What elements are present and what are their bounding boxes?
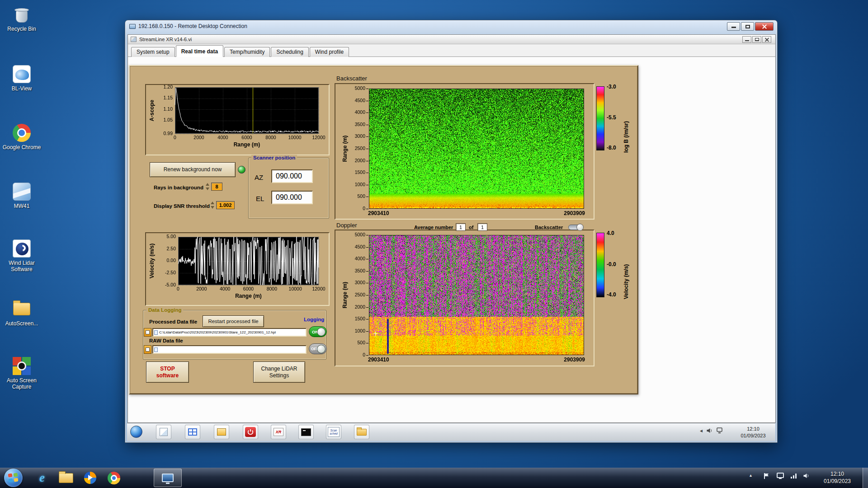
processed-path-browse-button[interactable] bbox=[144, 328, 151, 337]
desktop-icon-google-chrome[interactable]: Google Chrome bbox=[0, 123, 43, 150]
remote-clock[interactable]: 12:10 01/09/2023 bbox=[735, 426, 771, 439]
raw-path-browse-button[interactable] bbox=[144, 345, 151, 354]
average-number-input[interactable]: 1 bbox=[456, 223, 466, 231]
background-status-led bbox=[238, 166, 245, 174]
tray-expand[interactable]: ▴ bbox=[750, 473, 752, 478]
close-button[interactable] bbox=[755, 22, 774, 31]
colorbar-tick: -3.0 bbox=[607, 84, 616, 90]
app-close-button[interactable] bbox=[762, 36, 771, 43]
restart-processed-file-button[interactable]: Restart processed file bbox=[203, 315, 264, 327]
taskbar-clock[interactable]: 12:10 01/09/2023 bbox=[814, 470, 861, 485]
doppler-heatmap[interactable] bbox=[335, 230, 594, 366]
az-label: AZ bbox=[255, 174, 263, 181]
taskbar-remote-desktop-active[interactable] bbox=[154, 469, 182, 487]
grid-app-icon[interactable] bbox=[185, 425, 200, 439]
remote-start-button[interactable] bbox=[130, 426, 142, 438]
file-icon bbox=[154, 330, 158, 335]
tray-volume-icon[interactable] bbox=[803, 473, 810, 479]
screen-capture-icon bbox=[12, 356, 32, 376]
processed-path-field[interactable]: C:\Lidar\Data\Proc\2023\202309\20230901\… bbox=[152, 328, 307, 337]
rdp-window-title: 192.168.0.150 - Remote Desktop Connectio… bbox=[138, 23, 247, 29]
app-minimize-button[interactable] bbox=[742, 36, 751, 43]
colorbar-tick: -4.0 bbox=[607, 291, 616, 298]
tab-temp-humidity[interactable]: Temp/humidity bbox=[224, 47, 270, 57]
desktop-icon-recycle-bin[interactable]: Recycle Bin bbox=[0, 5, 43, 32]
taskbar-media-player[interactable] bbox=[79, 469, 101, 487]
desktop-icon-label: MW41 bbox=[0, 203, 43, 209]
taskbar-file-explorer[interactable] bbox=[55, 469, 77, 487]
desktop-icon-label: Auto Screen Capture bbox=[0, 377, 43, 390]
remote-folder-icon[interactable] bbox=[354, 425, 369, 439]
processed-logging-toggle[interactable]: ON bbox=[309, 326, 327, 337]
desktop-icon-label: Google Chrome bbox=[0, 144, 43, 150]
snr-threshold-value[interactable]: 1.002 bbox=[216, 201, 235, 209]
remote-desktop-icon bbox=[129, 24, 136, 29]
scan-scheduler-icon[interactable]: Scan sched bbox=[326, 425, 341, 439]
doppler-colorbar-label: Velocity (m/s) bbox=[623, 236, 629, 299]
el-value-field[interactable]: 090.000 bbox=[271, 191, 313, 204]
rdp-window-controls bbox=[726, 22, 774, 31]
remote-network-icon[interactable] bbox=[717, 427, 724, 434]
rays-spinner[interactable] bbox=[206, 183, 210, 191]
remote-volume-icon[interactable] bbox=[706, 427, 713, 434]
desktop-icon-autoscreen[interactable]: AutoScreen... bbox=[0, 299, 43, 327]
app-restore-button[interactable] bbox=[752, 36, 761, 43]
backscatter-heatmap[interactable] bbox=[335, 84, 594, 219]
recycle-bin-icon bbox=[12, 5, 32, 24]
chrome-icon bbox=[12, 123, 32, 143]
rays-in-background-value[interactable]: 8 bbox=[211, 183, 222, 191]
window-app-icon[interactable] bbox=[214, 425, 229, 439]
tab-wind-profile[interactable]: Wind profile bbox=[310, 47, 349, 57]
power-button-icon[interactable] bbox=[243, 425, 258, 439]
app-titlebar bbox=[128, 35, 775, 44]
remote-tray-chevron-icon[interactable]: ◂ bbox=[700, 427, 703, 434]
start-button[interactable] bbox=[4, 469, 23, 487]
desktop-icon-label: Recycle Bin bbox=[0, 26, 43, 32]
taskbar-internet-explorer[interactable]: e bbox=[31, 469, 53, 487]
folder-icon bbox=[12, 299, 32, 319]
renew-background-button[interactable]: Renew background now bbox=[150, 162, 236, 177]
tab-scheduling[interactable]: Scheduling bbox=[271, 47, 308, 57]
show-desktop-button[interactable] bbox=[863, 468, 868, 488]
taskbar-chrome[interactable] bbox=[103, 469, 125, 487]
change-lidar-settings-button[interactable]: Change LiDAR Settings bbox=[253, 361, 305, 383]
notes-app-icon[interactable] bbox=[156, 425, 171, 439]
raw-logging-toggle[interactable]: OFF bbox=[309, 343, 327, 354]
file-explorer-icon bbox=[59, 473, 73, 483]
tray-network-icon[interactable] bbox=[790, 473, 797, 479]
file-icon bbox=[154, 347, 158, 352]
tray-display-icon[interactable] bbox=[777, 473, 784, 479]
colorbar-tick: 4.0 bbox=[607, 230, 614, 236]
ascope-plot[interactable] bbox=[146, 85, 329, 155]
maximize-button[interactable] bbox=[741, 22, 754, 31]
scanner-position-title: Scanner position bbox=[251, 155, 297, 160]
desktop-icon-mw41[interactable]: MW41 bbox=[0, 182, 43, 209]
doppler-colorbar bbox=[596, 233, 604, 297]
console-app-icon[interactable] bbox=[298, 425, 314, 439]
xr-app-icon[interactable]: XR bbox=[271, 425, 286, 439]
desktop-icon-wind-lidar[interactable]: Wind Lidar Software bbox=[0, 239, 43, 272]
minimize-button[interactable] bbox=[727, 22, 740, 31]
raw-path-field[interactable] bbox=[152, 345, 307, 354]
remote-desktop-icon bbox=[162, 474, 174, 482]
rays-in-background-label: Rays in background bbox=[154, 185, 203, 190]
snr-spinner[interactable] bbox=[211, 201, 215, 209]
doppler-heading: Doppler bbox=[336, 222, 357, 229]
tab-real-time-data[interactable]: Real time data bbox=[176, 45, 223, 57]
az-value-field[interactable]: 090.000 bbox=[271, 169, 313, 183]
backscatter-doppler-switch[interactable] bbox=[568, 225, 583, 230]
desktop-icon-auto-screen-capture[interactable]: Auto Screen Capture bbox=[0, 356, 43, 390]
velocity-plot[interactable] bbox=[146, 233, 329, 305]
backscatter-toggle-label: Backscatter bbox=[535, 225, 563, 230]
stop-software-button[interactable]: STOP software bbox=[146, 361, 189, 383]
of-label: of bbox=[469, 225, 473, 230]
logging-label: Logging bbox=[304, 317, 324, 322]
colorbar-tick: -0.0 bbox=[607, 261, 616, 267]
desktop-icon-label: BL-View bbox=[0, 85, 43, 92]
backscatter-colorbar bbox=[596, 86, 604, 150]
desktop-icon-bl-view[interactable]: BL-View bbox=[0, 64, 43, 92]
labview-app-icon bbox=[131, 37, 137, 42]
tab-system-setup[interactable]: System setup bbox=[131, 47, 175, 57]
backscatter-heading: Backscatter bbox=[336, 75, 367, 82]
tray-action-center-icon[interactable] bbox=[763, 473, 769, 479]
